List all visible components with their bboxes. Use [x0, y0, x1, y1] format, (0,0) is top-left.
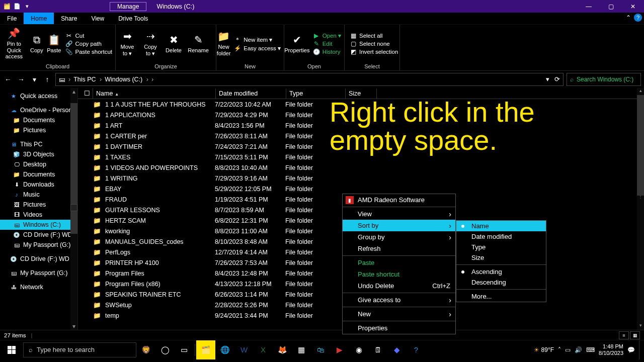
- sidebar-item-onedrive[interactable]: ☁OneDrive - Person: [0, 105, 77, 115]
- refresh-button[interactable]: ⟳: [554, 75, 560, 83]
- file-scroll-thumb[interactable]: [637, 95, 644, 196]
- sidebar-item-cd-drive-f-2[interactable]: 💿CD Drive (F:) WD U: [0, 254, 77, 264]
- sidebar-splitter-handle[interactable]: [70, 204, 77, 211]
- close-button[interactable]: ✕: [622, 0, 644, 13]
- taskbar-lion-icon[interactable]: 🦁: [136, 340, 155, 359]
- taskbar-app-blue[interactable]: ◆: [387, 340, 407, 359]
- sub-sort-descending[interactable]: Descending: [456, 277, 546, 288]
- ctx-undo-delete[interactable]: Undo DeleteCtrl+Z: [343, 280, 455, 292]
- tray-volume-icon[interactable]: 🔊: [575, 346, 582, 353]
- taskbar-timeline-button[interactable]: ▭: [175, 340, 194, 359]
- ctx-view[interactable]: View: [343, 208, 455, 220]
- table-row[interactable]: 📁1 WRITING7/29/2023 9:16 AMFile folder: [78, 173, 644, 184]
- ctx-sort-by[interactable]: Sort by: [343, 220, 455, 231]
- sidebar-item-onedrive-documents[interactable]: 📁Documents: [0, 115, 77, 125]
- sidebar-item-windows-c[interactable]: 🖴Windows (C:): [0, 220, 77, 230]
- easy-access-button[interactable]: ⚡Easy access ▾: [234, 45, 281, 52]
- breadcrumb-this-pc[interactable]: This PC: [73, 76, 102, 83]
- sub-sort-name[interactable]: Name: [456, 221, 546, 231]
- sidebar-scroll-thumb[interactable]: [70, 103, 77, 234]
- tray-network-icon[interactable]: ▭: [565, 346, 571, 353]
- sub-sort-size[interactable]: Size: [456, 252, 546, 263]
- sidebar-item-documents[interactable]: 📁Documents: [0, 169, 77, 179]
- breadcrumb-windows-c[interactable]: Windows (C:): [105, 76, 148, 83]
- task-view-button[interactable]: ◯: [155, 340, 175, 359]
- help-icon[interactable]: ?: [634, 14, 642, 22]
- view-details-button[interactable]: ≡: [619, 331, 629, 339]
- address-dropdown-icon[interactable]: ▾: [546, 75, 549, 83]
- ctx-new[interactable]: New: [343, 308, 455, 320]
- properties-button[interactable]: ✔Properties: [284, 26, 310, 61]
- sub-sort-date[interactable]: Date modified: [456, 231, 546, 242]
- taskbar-calculator[interactable]: ▦: [292, 340, 311, 359]
- copy-to-button[interactable]: ⇢Copy to ▾: [139, 26, 162, 61]
- taskbar-media[interactable]: ▶: [330, 340, 349, 359]
- sub-sort-more[interactable]: More...: [456, 291, 546, 302]
- tray-keyboard-icon[interactable]: ⌨: [586, 346, 595, 353]
- sidebar-item-quick-access[interactable]: ★Quick access: [0, 91, 77, 101]
- recent-locations-button[interactable]: ▾: [29, 75, 39, 83]
- new-item-button[interactable]: ＊New item ▾: [234, 36, 281, 44]
- ctx-paste-shortcut[interactable]: Paste shortcut: [343, 268, 455, 280]
- maximize-button[interactable]: ▢: [600, 0, 622, 13]
- taskbar-help[interactable]: ?: [407, 340, 426, 359]
- column-date-modified[interactable]: Date modified: [216, 88, 286, 99]
- copy-button[interactable]: ⧉Copy: [28, 26, 45, 61]
- taskbar-file-explorer[interactable]: 🗂️: [196, 340, 215, 359]
- file-list-scrollbar[interactable]: ▴ ⋮ ▾: [637, 88, 644, 330]
- up-button[interactable]: ↑: [42, 75, 52, 83]
- ribbon-collapse-icon[interactable]: ⌃: [626, 14, 631, 21]
- sidebar-item-cd-drive-f[interactable]: 💿CD Drive (F:) WD: [0, 230, 77, 240]
- sidebar-item-3d-objects[interactable]: 🧊3D Objects: [0, 149, 77, 159]
- taskbar-calendar[interactable]: 🗓: [368, 340, 387, 359]
- tab-view[interactable]: View: [84, 13, 111, 24]
- sidebar-item-this-pc[interactable]: 🖥This PC: [0, 139, 77, 149]
- start-button[interactable]: [0, 340, 23, 359]
- forward-button[interactable]: →: [16, 75, 26, 83]
- taskbar-edge[interactable]: 🌐: [215, 340, 234, 359]
- invert-selection-button[interactable]: ◩Invert selection: [350, 48, 398, 55]
- cut-button[interactable]: ✂Cut: [65, 32, 112, 39]
- sidebar-item-onedrive-pictures[interactable]: 📁Pictures: [0, 125, 77, 135]
- taskbar-word[interactable]: W: [234, 340, 254, 359]
- sidebar-item-my-passport-g[interactable]: 🖴My Passport (G:): [0, 240, 77, 250]
- new-folder-button[interactable]: 📁New folder: [216, 26, 231, 61]
- tab-drive-tools[interactable]: Drive Tools: [111, 13, 155, 24]
- qat-dropdown-icon[interactable]: ▾: [23, 3, 31, 11]
- table-row[interactable]: 📁1 VIDEOS AND POWERPOINTS8/8/2023 10:40 …: [78, 162, 644, 173]
- sidebar-item-downloads[interactable]: ⬇Downloads: [0, 179, 77, 190]
- ctx-give-access-to[interactable]: Give access to: [343, 294, 455, 306]
- tray-overflow-icon[interactable]: ˄: [558, 346, 561, 353]
- ctx-amd-radeon[interactable]: ▮AMD Radeon Software: [343, 194, 455, 206]
- sidebar-item-music[interactable]: ♪Music: [0, 190, 77, 200]
- taskbar-excel[interactable]: X: [254, 340, 273, 359]
- column-name[interactable]: Name▲: [93, 88, 216, 99]
- ctx-paste[interactable]: Paste: [343, 257, 455, 268]
- tab-file[interactable]: File: [0, 13, 24, 24]
- minimize-button[interactable]: —: [578, 0, 600, 13]
- sub-sort-ascending[interactable]: Ascending: [456, 266, 546, 277]
- taskbar-chrome[interactable]: ◉: [349, 340, 368, 359]
- rename-button[interactable]: ✎Rename: [185, 26, 211, 61]
- view-thumbnails-button[interactable]: ▦: [630, 331, 640, 339]
- move-to-button[interactable]: ➡Move to ▾: [116, 26, 139, 61]
- taskbar-search[interactable]: ⌕Type here to search: [23, 342, 136, 357]
- paste-shortcut-button[interactable]: 📎Paste shortcut: [65, 48, 112, 55]
- sub-sort-type[interactable]: Type: [456, 242, 546, 252]
- address-bar[interactable]: 🖴 › This PC Windows (C:) › ▾ ⟳: [55, 73, 564, 86]
- search-box[interactable]: ⌕ Search Windows (C:): [567, 73, 641, 86]
- ctx-refresh[interactable]: Refresh: [343, 243, 455, 254]
- open-button[interactable]: ▶Open ▾: [313, 32, 341, 39]
- tray-weather[interactable]: ☀89°F: [534, 346, 554, 353]
- select-all-checkbox[interactable]: ☐: [81, 88, 93, 99]
- ctx-properties[interactable]: Properties: [343, 322, 455, 334]
- pin-to-quick-access-button[interactable]: 📌Pin to Quick access: [0, 26, 28, 61]
- table-row[interactable]: 📁EBAY5/29/2022 12:05 PMFile folder: [78, 184, 644, 194]
- back-button[interactable]: ←: [3, 75, 13, 83]
- ctx-group-by[interactable]: Group by: [343, 231, 455, 243]
- sidebar-item-desktop[interactable]: 🖵Desktop: [0, 159, 77, 169]
- sidebar-item-videos[interactable]: 🎞Videos: [0, 210, 77, 220]
- tab-share[interactable]: Share: [54, 13, 84, 24]
- contextual-tab-manage[interactable]: Manage: [110, 2, 146, 11]
- select-none-button[interactable]: ▢Select none: [350, 40, 398, 47]
